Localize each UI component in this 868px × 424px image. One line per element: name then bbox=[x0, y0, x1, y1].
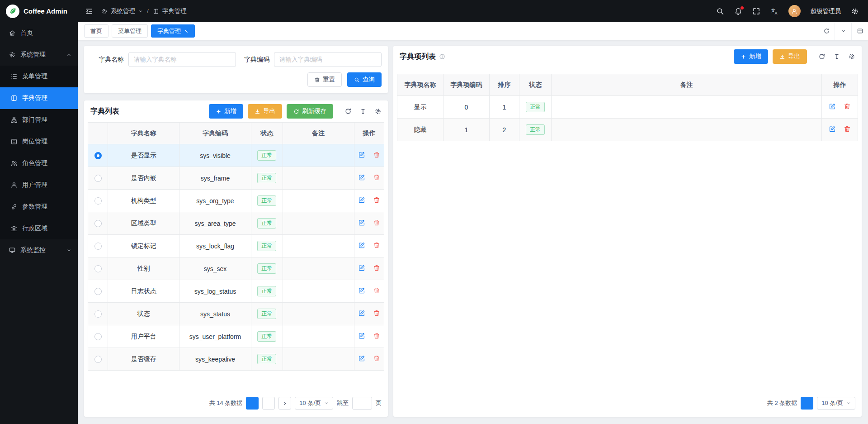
table-row[interactable]: 性别 sys_sex 正常 bbox=[88, 257, 384, 280]
row-radio[interactable] bbox=[94, 333, 102, 340]
table-row[interactable]: 区域类型 sys_area_type 正常 bbox=[88, 212, 384, 235]
delete-icon[interactable] bbox=[373, 151, 380, 158]
edit-icon[interactable] bbox=[358, 264, 365, 272]
delete-icon[interactable] bbox=[373, 219, 380, 226]
sidebar-item-admin-region[interactable]: 行政区域 bbox=[0, 218, 78, 239]
edit-icon[interactable] bbox=[358, 287, 365, 294]
delete-icon[interactable] bbox=[373, 174, 380, 181]
column-header: 状态 bbox=[251, 123, 283, 144]
delete-icon[interactable] bbox=[373, 242, 380, 249]
content-fullscreen-icon[interactable] bbox=[851, 22, 868, 40]
delete-icon[interactable] bbox=[844, 125, 851, 133]
edit-icon[interactable] bbox=[829, 125, 836, 133]
column-settings-gear-icon[interactable] bbox=[848, 53, 855, 60]
settings-gear-icon[interactable] bbox=[851, 7, 859, 15]
jump-page-input[interactable] bbox=[352, 397, 372, 410]
edit-icon[interactable] bbox=[358, 242, 365, 249]
delete-icon[interactable] bbox=[373, 355, 380, 362]
nav-tab[interactable]: 首页 bbox=[84, 24, 108, 38]
edit-icon[interactable] bbox=[358, 355, 365, 362]
reset-button[interactable]: 重置 bbox=[307, 72, 342, 87]
sidebar-item-param-management[interactable]: 参数管理 bbox=[0, 196, 78, 218]
fullscreen-icon[interactable] bbox=[752, 7, 760, 15]
table-row[interactable]: 隐藏 1 2 正常 bbox=[397, 119, 858, 141]
edit-icon[interactable] bbox=[358, 151, 365, 158]
row-radio[interactable] bbox=[94, 288, 102, 295]
edit-icon[interactable] bbox=[358, 174, 365, 181]
download-icon bbox=[779, 54, 785, 60]
row-radio[interactable] bbox=[94, 356, 102, 363]
sidebar-item-user-management[interactable]: 用户管理 bbox=[0, 174, 78, 196]
font-size-icon[interactable] bbox=[833, 53, 840, 60]
table-row[interactable]: 状态 sys_status 正常 bbox=[88, 303, 384, 325]
edit-icon[interactable] bbox=[358, 310, 365, 317]
row-radio[interactable] bbox=[94, 310, 102, 318]
edit-icon[interactable] bbox=[358, 219, 365, 226]
sidebar-item-role-management[interactable]: 角色管理 bbox=[0, 152, 78, 174]
dict-code-input[interactable] bbox=[274, 52, 382, 67]
delete-icon[interactable] bbox=[844, 103, 851, 110]
table-row[interactable]: 机构类型 sys_org_type 正常 bbox=[88, 190, 384, 212]
page-size-select[interactable]: 10 条/页 bbox=[817, 397, 855, 410]
tab-menu-chevron-icon[interactable] bbox=[835, 22, 851, 40]
export-dict-button[interactable]: 导出 bbox=[248, 104, 282, 119]
sidebar-item-dept-management[interactable]: 部门管理 bbox=[0, 109, 78, 131]
translate-icon[interactable] bbox=[770, 7, 778, 15]
sidebar-item-home[interactable]: 首页 bbox=[0, 22, 78, 44]
font-size-icon[interactable] bbox=[359, 108, 367, 115]
search-icon[interactable] bbox=[716, 7, 724, 15]
table-row[interactable]: 是否缓存 sys_keepalive 正常 bbox=[88, 348, 384, 371]
query-button[interactable]: 查询 bbox=[347, 72, 382, 87]
refresh-table-icon[interactable] bbox=[344, 108, 352, 115]
table-row[interactable]: 日志状态 sys_log_status 正常 bbox=[88, 280, 384, 303]
row-radio[interactable] bbox=[94, 220, 102, 227]
delete-icon[interactable] bbox=[373, 332, 380, 339]
sidebar-item-dict-management[interactable]: 字典管理 bbox=[0, 87, 78, 109]
user-name[interactable]: 超级管理员 bbox=[811, 7, 841, 15]
nav-tab[interactable]: 菜单管理 bbox=[112, 24, 148, 38]
avatar[interactable] bbox=[788, 5, 801, 17]
page-number-button[interactable] bbox=[262, 397, 275, 410]
table-row[interactable]: 是否显示 sys_visible 正常 bbox=[88, 144, 384, 167]
edit-icon[interactable] bbox=[358, 332, 365, 339]
page-number-button[interactable] bbox=[801, 397, 813, 410]
breadcrumb-current[interactable]: 字典管理 bbox=[162, 7, 187, 15]
column-settings-gear-icon[interactable] bbox=[374, 108, 382, 115]
breadcrumb-root[interactable]: 系统管理 bbox=[111, 7, 135, 15]
notification-bell-icon[interactable] bbox=[734, 7, 742, 15]
refresh-page-icon[interactable] bbox=[818, 22, 835, 40]
table-row[interactable]: 是否内嵌 sys_frame 正常 bbox=[88, 167, 384, 190]
refresh-cache-button[interactable]: 刷新缓存 bbox=[287, 104, 333, 119]
edit-icon[interactable] bbox=[358, 196, 365, 204]
delete-icon[interactable] bbox=[373, 287, 380, 294]
refresh-table-icon[interactable] bbox=[818, 53, 826, 60]
row-radio[interactable] bbox=[94, 197, 102, 205]
sidebar-item-system-management[interactable]: 系统管理 bbox=[0, 44, 78, 66]
delete-icon[interactable] bbox=[373, 310, 380, 317]
collapse-sidebar-icon[interactable] bbox=[85, 7, 93, 15]
delete-icon[interactable] bbox=[373, 264, 380, 272]
row-radio[interactable] bbox=[94, 152, 102, 159]
nav-tab[interactable]: 字典管理 bbox=[151, 24, 195, 38]
tab-close-icon[interactable] bbox=[184, 29, 189, 33]
page-size-select[interactable]: 10 条/页 bbox=[295, 397, 333, 410]
table-row[interactable]: 用户平台 sys_user_platform 正常 bbox=[88, 325, 384, 348]
page-number-button[interactable] bbox=[246, 397, 259, 410]
edit-icon[interactable] bbox=[829, 103, 836, 110]
add-dict-button[interactable]: 新增 bbox=[209, 104, 243, 119]
dict-name-input[interactable] bbox=[128, 52, 236, 67]
delete-icon[interactable] bbox=[373, 196, 380, 204]
sidebar-item-menu-management[interactable]: 菜单管理 bbox=[0, 66, 78, 87]
row-radio[interactable] bbox=[94, 243, 102, 250]
sidebar-item-label: 系统监控 bbox=[20, 246, 46, 254]
sidebar-item-system-monitor[interactable]: 系统监控 bbox=[0, 239, 78, 261]
export-dict-item-button[interactable]: 导出 bbox=[773, 49, 807, 64]
table-row[interactable]: 显示 0 1 正常 bbox=[397, 96, 858, 119]
row-radio[interactable] bbox=[94, 175, 102, 182]
table-row[interactable]: 锁定标记 sys_lock_flag 正常 bbox=[88, 235, 384, 257]
add-dict-item-button[interactable]: 新增 bbox=[734, 49, 768, 64]
info-icon[interactable] bbox=[439, 53, 445, 60]
next-page-button[interactable] bbox=[278, 397, 291, 410]
sidebar-item-post-management[interactable]: 岗位管理 bbox=[0, 131, 78, 152]
row-radio[interactable] bbox=[94, 265, 102, 272]
